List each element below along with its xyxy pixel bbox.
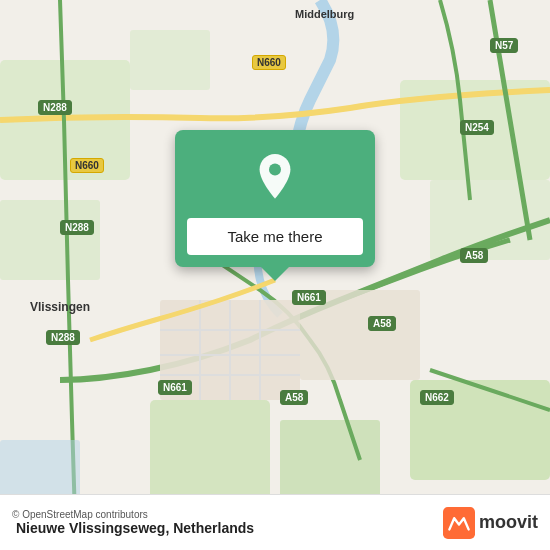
moovit-logo: moovit <box>443 507 538 539</box>
road-badge-n660-top: N660 <box>252 55 286 70</box>
svg-point-18 <box>269 163 281 175</box>
road-badge-n254: N254 <box>460 120 494 135</box>
location-popup: Take me there <box>175 130 375 267</box>
svg-rect-7 <box>130 30 210 90</box>
road-badge-n57: N57 <box>490 38 518 53</box>
popup-icon-area <box>175 130 375 218</box>
road-badge-n288-top: N288 <box>38 100 72 115</box>
road-badge-a58-bot: A58 <box>280 390 308 405</box>
road-badge-n288-mid: N288 <box>60 220 94 235</box>
road-badge-n661-bot: N661 <box>292 290 326 305</box>
road-badge-n288-bot: N288 <box>46 330 80 345</box>
map-container: Middelburg Vlissingen N57 N660 N288 N254… <box>0 0 550 550</box>
moovit-label-text: moovit <box>479 512 538 533</box>
road-badge-a58-mid: A58 <box>368 316 396 331</box>
road-badge-n662: N662 <box>420 390 454 405</box>
road-badge-n660-mid: N660 <box>70 158 104 173</box>
location-name: Nieuwe Vlissingseweg, Netherlands <box>12 520 443 536</box>
moovit-icon <box>443 507 475 539</box>
road-badge-a58-right: A58 <box>460 248 488 263</box>
info-bar: © OpenStreetMap contributors Nieuwe Vlis… <box>0 494 550 550</box>
svg-rect-6 <box>280 420 380 500</box>
location-name-text: Nieuwe Vlissingseweg, <box>16 520 169 536</box>
svg-rect-2 <box>0 200 100 280</box>
location-pin-icon <box>251 154 299 202</box>
road-badge-n661-bot2: N661 <box>158 380 192 395</box>
location-country-text: Netherlands <box>173 520 254 536</box>
osm-credit: © OpenStreetMap contributors <box>12 509 443 520</box>
take-me-there-button[interactable]: Take me there <box>187 218 363 255</box>
